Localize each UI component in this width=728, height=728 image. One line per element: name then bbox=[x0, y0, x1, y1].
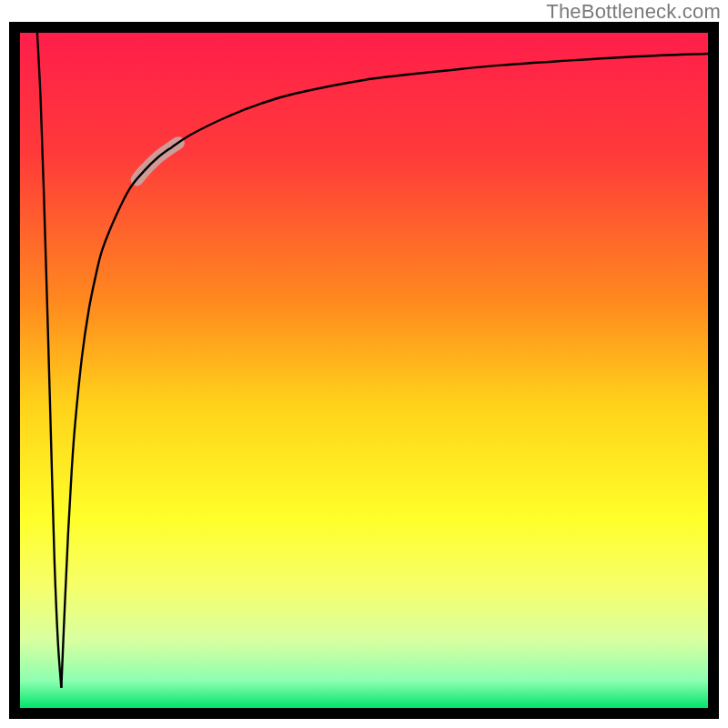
chart-stage: TheBottleneck.com bbox=[0, 0, 728, 728]
bottleneck-curve-chart bbox=[0, 0, 728, 728]
gradient-background bbox=[20, 33, 708, 708]
